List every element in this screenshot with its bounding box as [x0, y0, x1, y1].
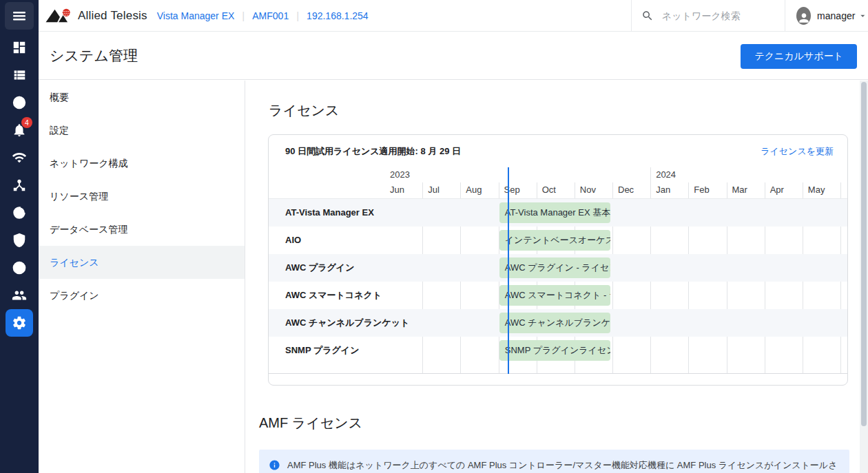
top-bar: Allied Telesis Vista Manager EX | AMF001…: [39, 0, 868, 32]
gantt-month-label: May: [808, 185, 825, 195]
scrollbar-thumb[interactable]: [861, 82, 867, 426]
gantt-month-label: Mar: [732, 185, 747, 195]
user-menu[interactable]: manager: [785, 0, 868, 31]
license-period-bar[interactable]: AT-Vista Manager EX 基本ライ: [499, 202, 611, 223]
gantt-month-label: Jul: [428, 185, 440, 195]
active-pill: [6, 309, 33, 337]
list-icon: [12, 67, 27, 83]
dashboard-icon: [12, 40, 27, 55]
license-period-bar[interactable]: SNMP プラグインライセンス: [499, 340, 611, 361]
technical-support-button[interactable]: テクニカルサポート: [741, 44, 857, 69]
rail-cloud-button[interactable]: [0, 254, 39, 282]
subnav-item-1[interactable]: 概要: [39, 81, 245, 114]
rail-users-button[interactable]: [0, 282, 39, 309]
gantt-row: AWC チャンネルブランケットAWC チャンネルブランケット: [269, 309, 847, 337]
gear-icon: [12, 315, 27, 330]
hamburger-menu-button[interactable]: [5, 2, 34, 30]
gantt-month-label: Jun: [390, 185, 404, 195]
license-card: 90 日間試用ライセンス適用開始: 8 月 29 日 ライセンスを更新 2023…: [268, 134, 848, 386]
allied-telesis-logo-icon: [45, 7, 74, 25]
shield-icon: [12, 233, 27, 248]
gantt-month-label: Dec: [618, 185, 634, 195]
avatar: [796, 7, 811, 25]
rail-dashboard-button[interactable]: [0, 34, 39, 61]
amf-info-banner: AMF Plus 機能はネットワーク上のすべての AMF Plus コントローラ…: [259, 450, 849, 473]
license-card-header: 90 日間試用ライセンス適用開始: 8 月 29 日 ライセンスを更新: [269, 135, 847, 167]
gantt-row: AIOインテントベースオーケスト: [269, 227, 847, 254]
cloud-icon: [12, 260, 27, 275]
license-period-bar[interactable]: インテントベースオーケスト: [499, 230, 611, 251]
subnav-item-5[interactable]: データベース管理: [39, 213, 245, 246]
app-rail: 4: [0, 0, 39, 473]
gantt-month-label: Sep: [504, 185, 520, 195]
gantt-month-label: Jan: [656, 185, 670, 195]
amf-section-heading: AMF ライセンス: [259, 414, 362, 432]
rail-sdwan-button[interactable]: [0, 199, 39, 227]
info-icon: [269, 459, 280, 471]
gantt-row: AWC スマートコネクトAWC スマートコネクト - ライ: [269, 282, 847, 309]
license-period-bar[interactable]: AWC スマートコネクト - ライ: [499, 285, 611, 306]
rail-icon-list: 4: [0, 34, 39, 337]
license-gantt-chart: 20232024JunJulAugSepOctNovDecJanFebMarAp…: [269, 167, 847, 374]
chevron-down-icon: [858, 10, 868, 22]
rail-asset-list-button[interactable]: [0, 61, 39, 89]
gantt-month-label: Apr: [770, 185, 784, 195]
breadcrumb-divider: |: [242, 10, 245, 21]
gantt-month-label: Feb: [694, 185, 709, 195]
subnav-item-7[interactable]: プラグイン: [39, 279, 245, 312]
search-icon: [641, 10, 654, 22]
gantt-year-label: 2024: [656, 169, 676, 180]
gantt-row: AWC プラグインAWC プラグイン - ライセンス: [269, 254, 847, 282]
search-input[interactable]: [661, 10, 771, 22]
username: manager: [817, 10, 855, 21]
globe-icon: [12, 95, 27, 110]
breadcrumb-ip[interactable]: 192.168.1.254: [307, 10, 369, 21]
subnav-item-4[interactable]: リソース管理: [39, 180, 245, 213]
page-title-bar: システム管理 テクニカルサポート: [39, 32, 868, 80]
rail-security-button[interactable]: [0, 227, 39, 254]
license-period-bar[interactable]: AWC チャンネルブランケット: [499, 313, 611, 333]
subnav-item-6[interactable]: ライセンス: [39, 246, 245, 279]
rail-wireless-button[interactable]: [0, 144, 39, 171]
gantt-row: SNMP プラグインSNMP プラグインライセンス: [269, 337, 847, 364]
wifi-icon: [12, 150, 27, 165]
gantt-month-label: Nov: [580, 185, 596, 195]
radar-icon: [12, 205, 27, 220]
person-icon: [797, 11, 811, 25]
vertical-scrollbar[interactable]: [860, 81, 868, 473]
gantt-year-label: 2023: [390, 169, 410, 180]
today-line: [508, 167, 509, 374]
system-management-subnav: 概要設定ネットワーク構成リソース管理データベース管理ライセンスプラグイン: [39, 81, 245, 473]
trial-license-note: 90 日間試用ライセンス適用開始: 8 月 29 日: [285, 145, 461, 158]
gantt-bottom-border: [269, 373, 847, 374]
allied-telesis-logo: Allied Telesis: [45, 7, 147, 25]
rail-topology-button[interactable]: [0, 171, 39, 199]
breadcrumb: Vista Manager EX | AMF001 | 192.168.1.25…: [157, 10, 369, 21]
brand-name: Allied Telesis: [78, 9, 147, 23]
network-search: [631, 0, 785, 31]
notification-badge: 4: [21, 117, 32, 128]
gantt-row: AT-Vista Manager EXAT-Vista Manager EX 基…: [269, 199, 847, 227]
breadcrumb-product[interactable]: Vista Manager EX: [157, 10, 235, 21]
rail-events-button[interactable]: 4: [0, 116, 39, 144]
subnav-item-3[interactable]: ネットワーク構成: [39, 147, 245, 180]
rail-settings-button[interactable]: [0, 309, 39, 337]
amf-info-text: AMF Plus 機能はネットワーク上のすべての AMF Plus コントローラ…: [287, 458, 838, 473]
network-hub-icon: [12, 178, 27, 193]
gantt-month-label: Aug: [466, 185, 482, 195]
license-period-bar[interactable]: AWC プラグイン - ライセンス: [499, 257, 611, 278]
gantt-month-label: Oct: [542, 185, 556, 195]
license-section-heading: ライセンス: [269, 101, 339, 120]
breadcrumb-area[interactable]: AMF001: [252, 10, 289, 21]
users-icon: [12, 288, 27, 303]
update-license-link[interactable]: ライセンスを更新: [761, 145, 834, 158]
subnav-item-2[interactable]: 設定: [39, 114, 245, 147]
rail-network-map-button[interactable]: [0, 89, 39, 116]
main-content: ライセンス 90 日間試用ライセンス適用開始: 8 月 29 日 ライセンスを更…: [246, 81, 860, 473]
page-title: システム管理: [50, 46, 138, 65]
breadcrumb-divider: |: [296, 10, 299, 21]
hamburger-icon: [12, 9, 26, 23]
